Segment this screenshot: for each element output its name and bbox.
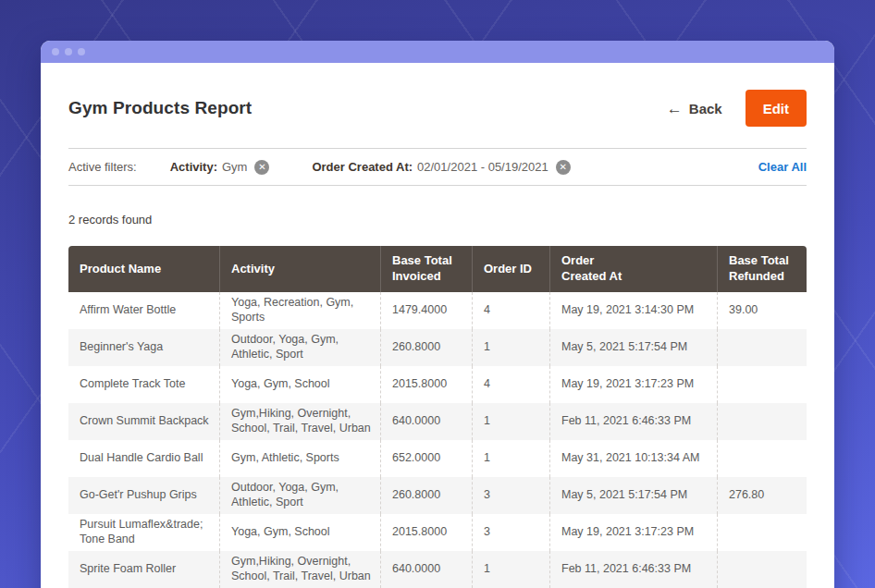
table-cell bbox=[717, 551, 807, 588]
filter-chip-name: Activity: bbox=[170, 160, 217, 174]
table-row: Dual Handle Cardio BallGym, Athletic, Sp… bbox=[68, 440, 807, 477]
column-header-base-total-invoiced: Base Total Invoiced bbox=[380, 246, 472, 292]
table-cell: 1 bbox=[472, 403, 549, 440]
table-cell: 2015.8000 bbox=[380, 366, 472, 403]
table-cell bbox=[717, 403, 807, 440]
page-header: Gym Products Report ← Back Edit bbox=[68, 90, 807, 127]
column-header-order-id: Order ID bbox=[472, 246, 549, 292]
table-cell: 4 bbox=[472, 366, 549, 403]
table-cell: May 5, 2021 5:17:54 PM bbox=[549, 477, 717, 514]
table-cell: Pursuit Lumaflex&trade; Tone Band bbox=[68, 514, 219, 551]
records-found-text: 2 records found bbox=[68, 212, 807, 228]
table-cell: 260.8000 bbox=[380, 477, 472, 514]
remove-filter-icon[interactable]: ✕ bbox=[556, 160, 571, 175]
table-body: Affirm Water BottleYoga, Recreation, Gym… bbox=[68, 292, 807, 588]
filter-chip-value: 02/01/2021 - 05/19/2021 bbox=[417, 160, 548, 174]
table-cell: Outdoor, Yoga, Gym, Athletic, Sport bbox=[219, 329, 380, 366]
active-filters-label: Active filters: bbox=[68, 160, 137, 174]
column-header-activity: Activity bbox=[219, 246, 380, 292]
table-row: Sprite Foam RollerGym,Hiking, Overnight,… bbox=[68, 551, 807, 588]
table-cell: 1 bbox=[472, 551, 549, 588]
table-cell: May 19, 2021 3:14:30 PM bbox=[549, 292, 717, 329]
header-actions: ← Back Edit bbox=[667, 90, 807, 127]
table-cell: 640.0000 bbox=[380, 403, 472, 440]
filter-chip-order-created-at: Order Created At: 02/01/2021 - 05/19/202… bbox=[312, 160, 570, 175]
table-cell: Gym, Athletic, Sports bbox=[219, 440, 380, 477]
table-cell: 260.8000 bbox=[380, 329, 472, 366]
table-row: Pursuit Lumaflex&trade; Tone BandYoga, G… bbox=[68, 514, 807, 551]
back-label: Back bbox=[689, 101, 722, 116]
table-cell: May 19, 2021 3:17:23 PM bbox=[549, 514, 717, 551]
table-row: Crown Summit BackpackGym,Hiking, Overnig… bbox=[68, 403, 807, 440]
report-table: Product Name Activity Base Total Invoice… bbox=[68, 246, 807, 588]
active-filters-bar: Active filters: Activity: Gym ✕ Order Cr… bbox=[68, 148, 807, 186]
table-cell: May 19, 2021 3:17:23 PM bbox=[549, 366, 717, 403]
table-cell: 1 bbox=[472, 329, 549, 366]
column-header-base-total-refunded: Base Total Refunded bbox=[717, 246, 807, 292]
table-cell bbox=[717, 440, 807, 477]
filter-chip-name: Order Created At: bbox=[312, 160, 413, 174]
table-row: Complete Track ToteYoga, Gym, School2015… bbox=[68, 366, 807, 403]
table-cell: Feb 11, 2021 6:46:33 PM bbox=[549, 403, 717, 440]
table-row: Go-Get'r Pushup GripsOutdoor, Yoga, Gym,… bbox=[68, 477, 807, 514]
table-row: Affirm Water BottleYoga, Recreation, Gym… bbox=[68, 292, 807, 329]
table-cell: 4 bbox=[472, 292, 549, 329]
column-header-product-name: Product Name bbox=[68, 246, 219, 292]
window-titlebar bbox=[41, 41, 834, 63]
table-cell: Affirm Water Bottle bbox=[68, 292, 219, 329]
back-arrow-icon: ← bbox=[667, 101, 683, 116]
table-cell: 2015.8000 bbox=[380, 514, 472, 551]
remove-filter-icon[interactable]: ✕ bbox=[254, 160, 269, 175]
table-cell: Beginner's Yaga bbox=[68, 329, 219, 366]
table-cell: 640.0000 bbox=[380, 551, 472, 588]
table-cell bbox=[717, 329, 807, 366]
table-cell: May 5, 2021 5:17:54 PM bbox=[549, 329, 717, 366]
table-cell: 3 bbox=[472, 477, 549, 514]
table-cell: Yoga, Recreation, Gym, Sports bbox=[219, 292, 380, 329]
edit-button[interactable]: Edit bbox=[746, 90, 807, 127]
table-cell bbox=[717, 514, 807, 551]
table-cell bbox=[717, 366, 807, 403]
table-cell: Feb 11, 2021 6:46:33 PM bbox=[549, 551, 717, 588]
table-cell: May 31, 2021 10:13:34 AM bbox=[549, 440, 717, 477]
table-row: Beginner's YagaOutdoor, Yoga, Gym, Athle… bbox=[68, 329, 807, 366]
window-control-dot bbox=[65, 48, 72, 55]
table-cell: Yoga, Gym, School bbox=[219, 514, 380, 551]
table-cell: Yoga, Gym, School bbox=[219, 366, 380, 403]
filter-chip-activity: Activity: Gym ✕ bbox=[170, 160, 270, 175]
table-cell: 3 bbox=[472, 514, 549, 551]
table-cell: 652.0000 bbox=[380, 440, 472, 477]
page-title: Gym Products Report bbox=[68, 98, 252, 118]
back-button[interactable]: ← Back bbox=[667, 101, 722, 116]
table-cell: Sprite Foam Roller bbox=[68, 551, 219, 588]
filter-chip-value: Gym bbox=[222, 160, 247, 174]
table-cell: 39.00 bbox=[717, 292, 807, 329]
table-cell: Complete Track Tote bbox=[68, 366, 219, 403]
table-cell: Go-Get'r Pushup Grips bbox=[68, 477, 219, 514]
report-window: Gym Products Report ← Back Edit Active f… bbox=[41, 41, 834, 588]
table-header-row: Product Name Activity Base Total Invoice… bbox=[68, 246, 807, 292]
window-control-dot bbox=[78, 48, 85, 55]
table-cell: Crown Summit Backpack bbox=[68, 403, 219, 440]
clear-all-filters-link[interactable]: Clear All bbox=[758, 160, 807, 174]
table-cell: 1479.4000 bbox=[380, 292, 472, 329]
table-cell: Gym,Hiking, Overnight, School, Trail, Tr… bbox=[219, 403, 380, 440]
table-cell: Dual Handle Cardio Ball bbox=[68, 440, 219, 477]
table-cell: Gym,Hiking, Overnight, School, Trail, Tr… bbox=[219, 551, 380, 588]
table-cell: Outdoor, Yoga, Gym, Athletic, Sport bbox=[219, 477, 380, 514]
column-header-order-created-at: Order Created At bbox=[549, 246, 717, 292]
window-control-dot bbox=[52, 48, 59, 55]
table-cell: 1 bbox=[472, 440, 549, 477]
table-cell: 276.80 bbox=[717, 477, 807, 514]
